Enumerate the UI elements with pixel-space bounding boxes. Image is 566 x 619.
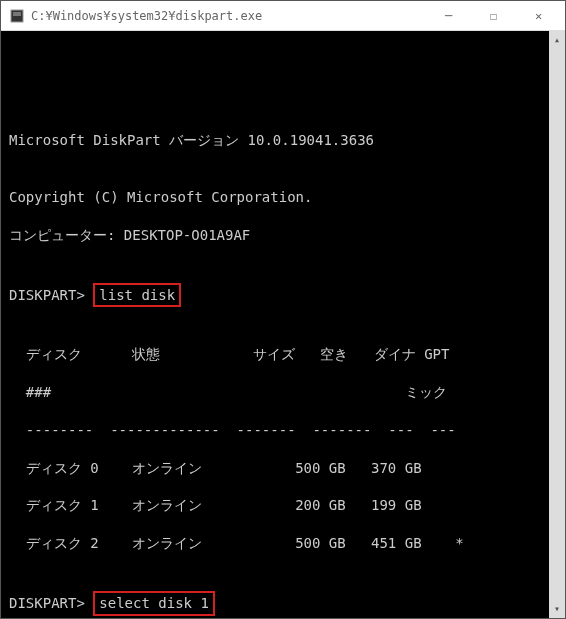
window: C:¥Windows¥system32¥diskpart.exe ─ ☐ ✕ ▴… — [0, 0, 566, 619]
minimize-button[interactable]: ─ — [426, 2, 471, 30]
diskpart-icon — [9, 8, 25, 24]
window-title: C:¥Windows¥system32¥diskpart.exe — [31, 9, 426, 23]
close-button[interactable]: ✕ — [516, 2, 561, 30]
table-row: ディスク 1 オンライン 200 GB 199 GB — [9, 496, 557, 515]
scrollbar-thumb[interactable] — [551, 48, 563, 608]
disk-header-1: ディスク 状態 サイズ 空き ダイナ GPT — [9, 345, 557, 364]
scrollbar-up-icon[interactable]: ▴ — [551, 33, 563, 47]
prompt-line: DISKPART> list disk — [9, 283, 557, 308]
prompt-text: DISKPART> — [9, 287, 85, 303]
computer-line: コンピューター: DESKTOP-O01A9AF — [9, 226, 557, 245]
table-row: ディスク 2 オンライン 500 GB 451 GB * — [9, 534, 557, 553]
copyright-line: Copyright (C) Microsoft Corporation. — [9, 188, 557, 207]
titlebar[interactable]: C:¥Windows¥system32¥diskpart.exe ─ ☐ ✕ — [1, 1, 565, 31]
table-row: ディスク 0 オンライン 500 GB 370 GB — [9, 459, 557, 478]
scrollbar-down-icon[interactable]: ▾ — [551, 602, 563, 616]
cmd-list-disk: list disk — [93, 283, 181, 308]
prompt-text: DISKPART> — [9, 595, 85, 611]
disk-header-2: ### ミック — [9, 383, 557, 402]
cmd-select-disk: select disk 1 — [93, 591, 215, 616]
maximize-button[interactable]: ☐ — [471, 2, 516, 30]
svg-rect-1 — [13, 12, 21, 16]
prompt-line: DISKPART> select disk 1 — [9, 591, 557, 616]
console-area[interactable]: ▴ ▾ Microsoft DiskPart バージョン 10.0.19041.… — [1, 31, 565, 618]
disk-rule: -------- ------------- ------- ------- -… — [9, 421, 557, 440]
version-line: Microsoft DiskPart バージョン 10.0.19041.3636 — [9, 131, 557, 150]
